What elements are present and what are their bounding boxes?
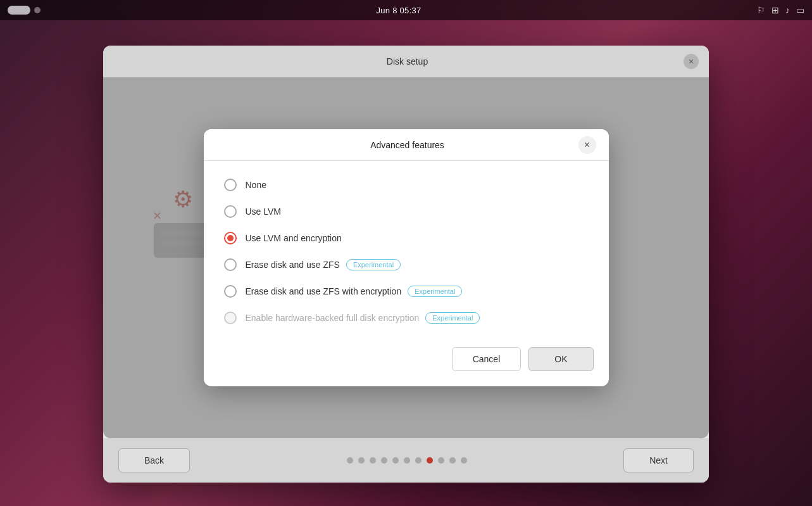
option-zfs[interactable]: Erase disk and use ZFS Experimental	[224, 258, 589, 271]
progress-dots	[347, 457, 467, 464]
dialog-title: Advanced features	[237, 140, 578, 150]
progress-dot-6	[404, 457, 410, 464]
taskbar-pill	[8, 6, 30, 15]
radio-lvm	[224, 205, 237, 218]
progress-dot-2	[358, 457, 365, 464]
disk-window-title: Disk setup	[131, 56, 684, 66]
progress-dot-10	[449, 457, 456, 464]
zfs-encryption-badge: Experimental	[408, 286, 462, 297]
ok-button[interactable]: OK	[528, 347, 593, 371]
radio-hw-encryption	[224, 312, 237, 324]
hw-encryption-badge: Experimental	[425, 312, 480, 324]
option-zfs-encryption[interactable]: Erase disk and use ZFS with encryption E…	[224, 285, 589, 298]
taskbar-dot	[34, 7, 41, 13]
disk-window-titlebar: Disk setup ×	[103, 46, 709, 77]
battery-icon: ▭	[796, 5, 804, 15]
dialog-close-button[interactable]: ×	[578, 136, 596, 154]
taskbar-datetime: Jun 8 05:37	[376, 6, 421, 15]
radio-none	[224, 179, 237, 191]
taskbar-right: ⚐ ⊞ ♪ ▭	[757, 5, 804, 15]
option-lvm[interactable]: Use LVM	[224, 205, 589, 218]
option-lvm-encryption-label: Use LVM and encryption	[246, 233, 342, 243]
dialog-titlebar: Advanced features ×	[204, 129, 609, 161]
back-button[interactable]: Back	[118, 448, 190, 472]
option-hw-encryption-label: Enable hardware-backed full disk encrypt…	[246, 312, 480, 324]
progress-dot-4	[381, 457, 387, 464]
progress-dot-7	[415, 457, 422, 464]
cancel-button[interactable]: Cancel	[452, 347, 522, 371]
person-icon: ⚐	[757, 5, 765, 15]
option-zfs-encryption-label: Erase disk and use ZFS with encryption E…	[246, 286, 463, 297]
radio-zfs	[224, 258, 237, 271]
network-icon: ⊞	[771, 5, 779, 15]
taskbar: Jun 8 05:37 ⚐ ⊞ ♪ ▭	[0, 0, 812, 20]
option-none[interactable]: None	[224, 179, 589, 191]
option-lvm-label: Use LVM	[246, 206, 282, 217]
dialog-footer: Cancel OK	[204, 337, 609, 386]
progress-dot-9	[438, 457, 444, 464]
dialog-overlay: Advanced features × None Use LVM	[103, 77, 709, 438]
radio-lvm-encryption	[224, 232, 237, 244]
radio-zfs-encryption	[224, 285, 237, 298]
option-zfs-label: Erase disk and use ZFS Experimental	[246, 259, 401, 270]
disk-setup-window: Disk setup × ⚙ ✕ Advanced feature	[103, 46, 709, 483]
taskbar-left	[8, 6, 41, 15]
progress-dot-11	[461, 457, 467, 464]
zfs-badge: Experimental	[346, 259, 401, 270]
progress-dot-8	[427, 457, 433, 464]
disk-window-footer: Back Next	[103, 438, 709, 483]
option-hw-encryption: Enable hardware-backed full disk encrypt…	[224, 312, 589, 324]
dialog-body: None Use LVM Use LVM and encryption	[204, 161, 609, 337]
advanced-features-dialog: Advanced features × None Use LVM	[204, 129, 609, 386]
disk-window-content: ⚙ ✕ Advanced features ×	[103, 77, 709, 438]
next-button[interactable]: Next	[623, 448, 694, 472]
option-none-label: None	[246, 180, 266, 190]
progress-dot-1	[347, 457, 353, 464]
progress-dot-3	[370, 457, 376, 464]
option-lvm-encryption[interactable]: Use LVM and encryption	[224, 232, 589, 244]
progress-dot-5	[392, 457, 399, 464]
sound-icon: ♪	[785, 5, 790, 15]
disk-window-close-button[interactable]: ×	[684, 54, 699, 69]
